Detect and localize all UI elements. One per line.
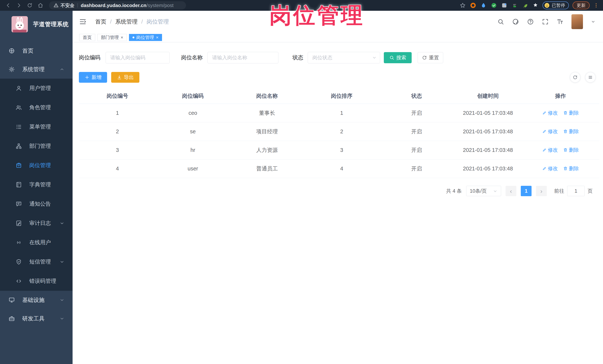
export-button[interactable]: 导出	[111, 72, 139, 83]
green-check-extension-icon[interactable]	[490, 2, 497, 9]
cell-name: 普通员工	[230, 165, 304, 172]
post-code-input[interactable]	[106, 52, 170, 63]
cell-status: 开启	[379, 110, 454, 117]
dictionary-icon	[16, 182, 22, 188]
browser-back-button[interactable]	[4, 1, 12, 10]
sidebar-item-1[interactable]: 系统管理	[0, 60, 73, 79]
sidebar-item-4[interactable]: 菜单管理	[0, 117, 73, 136]
sidebar-item-9[interactable]: 审计日志	[0, 214, 73, 233]
fullscreen-icon[interactable]	[542, 18, 549, 25]
dark-tag-extension-icon[interactable]	[511, 2, 518, 9]
paused-badge-label: 已暂停	[552, 2, 565, 8]
chevron-down-icon	[59, 259, 64, 264]
page-unit-label: 页	[588, 188, 593, 194]
sidebar-item-13[interactable]: 基础设施	[0, 291, 73, 309]
breadcrumb-separator: /	[110, 19, 112, 25]
tab-1[interactable]: 部门管理×	[97, 34, 127, 41]
green-leaf-extension-icon[interactable]	[522, 2, 528, 9]
update-button-label: 更新	[577, 2, 586, 8]
gray-grid-extension-icon[interactable]	[501, 2, 508, 9]
breadcrumb-item-0[interactable]: 首页	[95, 18, 106, 26]
search-button[interactable]: 搜索	[384, 52, 412, 63]
chevron-down-icon	[59, 298, 64, 302]
prev-page-button[interactable]: ‹	[506, 186, 516, 196]
ext-blue-drop	[480, 2, 487, 9]
bookmark-star-icon[interactable]	[459, 2, 466, 9]
help-icon[interactable]	[527, 18, 534, 25]
breadcrumb-item-1[interactable]: 系统管理	[115, 18, 138, 26]
table-refresh-button[interactable]	[570, 72, 580, 83]
page-size-select[interactable]: 10条/页	[466, 186, 501, 196]
search-icon[interactable]	[497, 18, 504, 25]
status-select-input[interactable]	[308, 52, 380, 63]
browser-menu-icon[interactable]	[593, 2, 599, 9]
edit-link[interactable]: 修改	[542, 128, 558, 135]
refresh-icon	[422, 55, 427, 60]
column-header-0: 岗位编号	[79, 92, 156, 100]
white-star-extension-icon[interactable]	[532, 2, 539, 9]
refresh-icon	[422, 55, 427, 60]
reset-button[interactable]: 重置	[417, 52, 443, 63]
status-label: 状态	[292, 54, 303, 61]
export-button-label: 导出	[124, 74, 134, 81]
browser-forward-button[interactable]	[15, 1, 23, 10]
font-size-icon	[557, 18, 564, 25]
users-icon	[16, 104, 23, 111]
sidebar-item-14[interactable]: 研发工具	[0, 309, 73, 328]
next-page-button[interactable]: ›	[536, 186, 547, 196]
home-icon	[37, 2, 43, 8]
sidebar-item-label: 角色管理	[29, 104, 51, 111]
sidebar-item-2[interactable]: 用户管理	[0, 79, 73, 98]
add-button[interactable]: 新增	[79, 72, 107, 83]
sidebar-item-8[interactable]: 通知公告	[0, 194, 73, 214]
browser-update-button[interactable]: 更新	[573, 1, 590, 9]
font-size-icon[interactable]	[557, 18, 564, 25]
sms-shield-icon	[16, 259, 23, 265]
tab-0[interactable]: 首页	[79, 34, 95, 41]
tab-close-icon[interactable]: ×	[121, 35, 123, 40]
sidebar-collapse-icon[interactable]	[79, 18, 87, 26]
column-setting-button[interactable]	[585, 72, 596, 83]
sidebar-item-0[interactable]: 首页	[0, 42, 73, 60]
sidebar-item-3[interactable]: 角色管理	[0, 98, 73, 117]
browser-home-button[interactable]	[36, 1, 45, 10]
current-page-button[interactable]: 1	[521, 186, 532, 196]
cell-created: 2021-01-05 17:03:48	[454, 110, 522, 116]
address-bar[interactable]: 不安全 dashboard.yudao.iocoder.cn /system/p…	[49, 1, 186, 10]
sidebar-item-6[interactable]: 岗位管理	[0, 156, 73, 175]
browser-toolbar: 不安全 dashboard.yudao.iocoder.cn /system/p…	[0, 0, 603, 11]
sidebar-item-12[interactable]: 错误码管理	[0, 271, 73, 291]
delete-link[interactable]: 删除	[563, 165, 579, 172]
edit-link[interactable]: 修改	[542, 110, 558, 116]
delete-link[interactable]: 删除	[563, 147, 579, 153]
post-name-input[interactable]	[208, 52, 278, 63]
avatar-caret-icon[interactable]	[591, 19, 596, 24]
delete-link[interactable]: 删除	[563, 128, 579, 135]
goto-page-input[interactable]	[567, 186, 585, 196]
sidebar-item-10[interactable]: 在线用户	[0, 233, 73, 252]
sidebar-item-label: 错误码管理	[29, 277, 56, 285]
browser-reload-button[interactable]	[26, 1, 34, 10]
search-button-label: 搜索	[396, 54, 406, 61]
sidebar-item-7[interactable]: 字典管理	[0, 175, 73, 194]
user-avatar[interactable]	[571, 14, 583, 29]
org-tree-icon	[16, 143, 22, 149]
edit-link-label: 修改	[548, 110, 558, 116]
paused-badge[interactable]: 已暂停	[543, 1, 569, 9]
trash-icon	[563, 129, 568, 134]
sidebar-item-5[interactable]: 部门管理	[0, 136, 73, 156]
tab-close-icon[interactable]: ×	[156, 35, 159, 40]
gear-icon	[9, 66, 15, 73]
tab-2[interactable]: 岗位管理×	[129, 34, 162, 41]
blue-drop-extension-icon[interactable]	[480, 2, 487, 9]
menu-list-icon	[16, 124, 23, 130]
sidebar-item-11[interactable]: 短信管理	[0, 252, 73, 271]
trash-icon	[563, 148, 568, 152]
orange-ring-extension-icon[interactable]	[470, 2, 476, 9]
status-select[interactable]	[308, 52, 380, 63]
delete-link[interactable]: 删除	[563, 110, 579, 116]
github-icon[interactable]	[512, 18, 519, 25]
edit-link[interactable]: 修改	[542, 165, 558, 172]
edit-link[interactable]: 修改	[542, 147, 558, 153]
app-logo[interactable]: 芋道管理系统	[0, 11, 73, 33]
